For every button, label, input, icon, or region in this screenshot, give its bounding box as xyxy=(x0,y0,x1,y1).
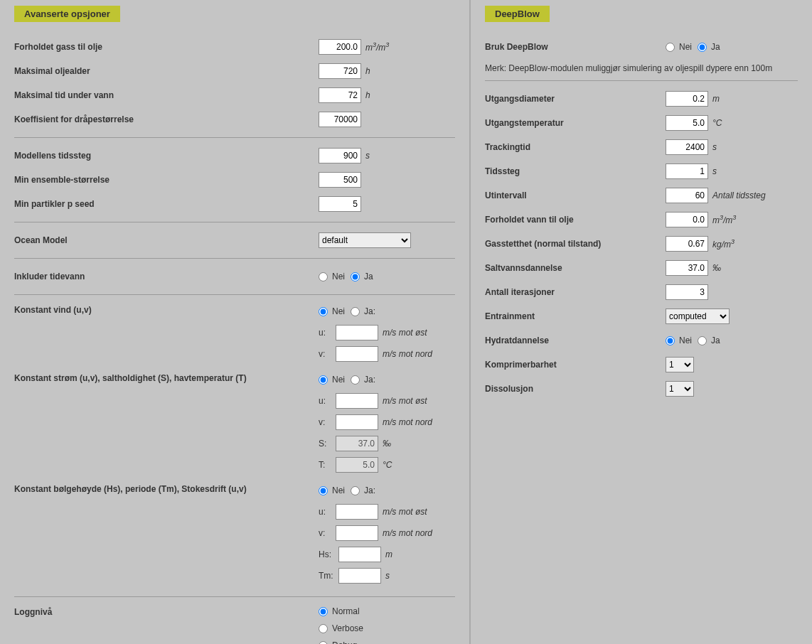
sub-label-v: v: xyxy=(319,349,336,359)
label-const-current: Konstant strøm (u,v), saltholdighet (S),… xyxy=(14,370,319,383)
input-wave-u[interactable] xyxy=(336,504,378,520)
label-use-deepblow: Bruk DeepBlow xyxy=(485,42,666,52)
radio-wave-ja[interactable] xyxy=(351,486,360,495)
radio-log-debug[interactable] xyxy=(319,641,328,645)
separator xyxy=(14,294,455,295)
label-max-underwater: Maksimal tid under vann xyxy=(14,90,319,100)
label-timestep: Tidssteg xyxy=(485,166,666,176)
label-entrainment: Entrainment xyxy=(485,311,666,321)
label-drop-coeff: Koeffisient for dråpestørrelse xyxy=(14,114,319,124)
select-compressibility[interactable]: 1 xyxy=(666,357,694,372)
radio-hydrate-nei[interactable] xyxy=(666,336,675,345)
select-dissolution[interactable]: 1 xyxy=(666,381,694,397)
radio-label: Nei xyxy=(679,42,692,52)
unit-gas-oil-ratio: m3/m3 xyxy=(365,41,389,53)
input-drop-coeff[interactable] xyxy=(319,112,361,127)
select-ocean-model[interactable]: default xyxy=(319,232,411,248)
input-wave-tm[interactable] xyxy=(338,568,381,584)
input-current-u[interactable] xyxy=(336,393,378,409)
input-iterations[interactable] xyxy=(666,284,708,300)
radio-wind-nei[interactable] xyxy=(319,307,328,316)
radio-log-normal[interactable] xyxy=(319,607,328,616)
input-current-s[interactable] xyxy=(336,436,378,451)
sub-label-hs: Hs: xyxy=(319,549,338,559)
select-entrainment[interactable]: computed xyxy=(666,308,730,324)
radio-label: Nei xyxy=(332,306,345,316)
sub-label-v: v: xyxy=(319,417,336,427)
label-water-oil-ratio: Forholdet vann til olje xyxy=(485,215,666,225)
label-out-interval: Utintervall xyxy=(485,190,666,200)
radio-current-ja[interactable] xyxy=(351,375,360,385)
radio-label: Ja xyxy=(711,336,720,345)
radio-deepblow-ja[interactable] xyxy=(698,43,707,52)
unit-wave-v: m/s mot nord xyxy=(383,528,432,538)
unit-tracking-time: s xyxy=(712,142,717,152)
sub-label-u: u: xyxy=(319,396,336,406)
label-min-ensemble: Min ensemble-størrelse xyxy=(14,175,319,185)
unit-wave-hs: m xyxy=(385,549,392,559)
label-max-oil-age: Maksimal oljealder xyxy=(14,66,319,76)
radio-label: Ja xyxy=(711,42,720,52)
label-compressibility: Komprimerbarhet xyxy=(485,360,666,370)
unit-current-t: °C xyxy=(383,460,392,470)
input-min-ensemble[interactable] xyxy=(319,172,361,188)
input-max-underwater[interactable] xyxy=(319,87,361,103)
unit-timestep: s xyxy=(712,166,717,176)
radio-hydrate-ja[interactable] xyxy=(698,336,707,345)
input-max-oil-age[interactable] xyxy=(319,63,361,79)
unit-wind-u: m/s mot øst xyxy=(383,328,427,338)
input-current-v[interactable] xyxy=(336,414,378,430)
unit-max-oil-age: h xyxy=(365,66,370,76)
input-wind-v[interactable] xyxy=(336,346,378,362)
input-wave-v[interactable] xyxy=(336,525,378,541)
input-salt-formation[interactable] xyxy=(666,260,708,276)
input-out-interval[interactable] xyxy=(666,188,708,203)
separator xyxy=(485,80,798,81)
input-model-timestep[interactable] xyxy=(319,148,361,163)
radio-wind-ja[interactable] xyxy=(351,307,360,316)
radio-label: Ja: xyxy=(364,306,375,316)
radio-current-nei[interactable] xyxy=(319,375,328,385)
unit-salt-formation: ‰ xyxy=(712,263,721,273)
unit-current-u: m/s mot øst xyxy=(383,396,427,406)
radio-label: Ja: xyxy=(364,375,375,385)
radio-tide-ja[interactable] xyxy=(351,272,360,281)
label-hydrate: Hydratdannelse xyxy=(485,336,666,345)
unit-current-s: ‰ xyxy=(383,439,391,449)
separator xyxy=(14,596,455,597)
input-min-particles[interactable] xyxy=(319,196,361,212)
radio-wave-nei[interactable] xyxy=(319,486,328,495)
input-water-oil-ratio[interactable] xyxy=(666,212,708,227)
unit-wave-u: m/s mot øst xyxy=(383,507,427,517)
input-tracking-time[interactable] xyxy=(666,139,708,155)
radio-deepblow-nei[interactable] xyxy=(666,43,675,52)
separator xyxy=(14,222,455,222)
radio-log-verbose[interactable] xyxy=(319,624,328,633)
radio-label-nei: Nei xyxy=(332,272,345,281)
unit-wave-tm: s xyxy=(385,571,390,581)
label-iterations: Antall iterasjoner xyxy=(485,287,666,297)
sub-label-v: v: xyxy=(319,528,336,538)
section-title-deepblow: DeepBlow xyxy=(485,6,550,22)
radio-label: Normal xyxy=(332,606,360,616)
input-wave-hs[interactable] xyxy=(338,547,381,562)
input-gas-density[interactable] xyxy=(666,236,708,252)
input-timestep[interactable] xyxy=(666,163,708,179)
input-exit-temp[interactable] xyxy=(666,115,708,131)
radio-tide-nei[interactable] xyxy=(319,272,328,281)
input-gas-oil-ratio[interactable] xyxy=(319,39,361,55)
radio-label: Nei xyxy=(332,485,345,495)
sub-label-s: S: xyxy=(319,439,336,449)
radio-label: Ja: xyxy=(364,485,375,495)
label-include-tide: Inkluder tidevann xyxy=(14,272,319,281)
radio-label: Verbose xyxy=(332,623,363,633)
radio-label-ja: Ja xyxy=(364,272,373,281)
label-gas-density: Gasstetthet (normal tilstand) xyxy=(485,239,666,249)
label-exit-temp: Utgangstemperatur xyxy=(485,118,666,128)
input-wind-u[interactable] xyxy=(336,325,378,340)
unit-current-v: m/s mot nord xyxy=(383,417,432,427)
input-exit-diameter[interactable] xyxy=(666,91,708,107)
label-loglevel: Loggnivå xyxy=(14,604,319,617)
label-dissolution: Dissolusjon xyxy=(485,384,666,394)
input-current-t[interactable] xyxy=(336,457,378,473)
